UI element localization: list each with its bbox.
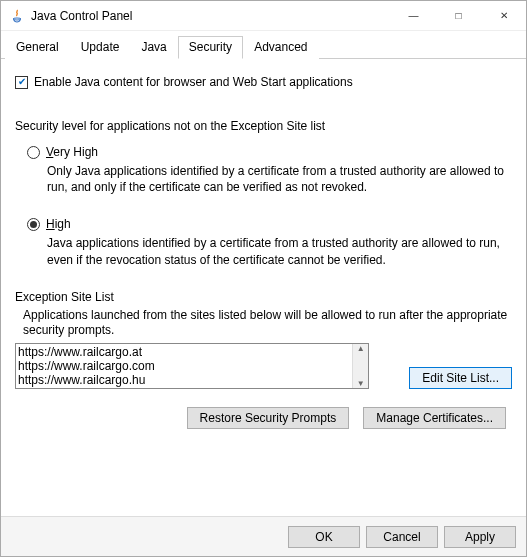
very-high-desc: Only Java applications identified by a c… <box>47 163 512 195</box>
apply-button[interactable]: Apply <box>444 526 516 548</box>
radio-high-input[interactable] <box>27 218 40 231</box>
close-button[interactable]: ✕ <box>481 2 526 30</box>
scrollbar[interactable]: ▲ ▼ <box>352 344 368 388</box>
site-item[interactable]: https://www.railcargo.hu <box>18 373 366 387</box>
tab-general[interactable]: General <box>5 36 70 59</box>
edit-site-list-button[interactable]: Edit Site List... <box>409 367 512 389</box>
exception-site-listbox[interactable]: https://www.railcargo.athttps://www.rail… <box>15 343 369 389</box>
enable-java-label: Enable Java content for browser and Web … <box>34 75 353 89</box>
maximize-button[interactable]: □ <box>436 2 481 30</box>
enable-java-checkbox[interactable]: ✔ <box>15 76 28 89</box>
scroll-down-icon[interactable]: ▼ <box>357 379 365 388</box>
exception-list-desc: Applications launched from the sites lis… <box>23 308 512 339</box>
enable-java-row[interactable]: ✔ Enable Java content for browser and We… <box>15 75 512 89</box>
cancel-button[interactable]: Cancel <box>366 526 438 548</box>
security-level-heading: Security level for applications not on t… <box>15 119 512 133</box>
manage-certificates-button[interactable]: Manage Certificates... <box>363 407 506 429</box>
security-panel: ✔ Enable Java content for browser and We… <box>1 59 526 516</box>
window-controls: — □ ✕ <box>391 2 526 30</box>
tab-security[interactable]: Security <box>178 36 243 59</box>
titlebar: Java Control Panel — □ ✕ <box>1 1 526 31</box>
radio-very-high-input[interactable] <box>27 146 40 159</box>
minimize-button[interactable]: — <box>391 2 436 30</box>
tab-update[interactable]: Update <box>70 36 131 59</box>
tab-java[interactable]: Java <box>130 36 177 59</box>
tab-bar: GeneralUpdateJavaSecurityAdvanced <box>1 31 526 59</box>
exception-list-title: Exception Site List <box>15 290 512 304</box>
restore-prompts-button[interactable]: Restore Security Prompts <box>187 407 350 429</box>
window-title: Java Control Panel <box>31 9 132 23</box>
radio-high-label: High <box>46 217 71 231</box>
radio-very-high[interactable]: Very High <box>27 145 512 159</box>
svg-point-0 <box>13 18 21 20</box>
radio-high[interactable]: High <box>27 217 512 231</box>
site-item[interactable]: https://www.railcargo.at <box>18 345 366 359</box>
high-desc: Java applications identified by a certif… <box>47 235 512 267</box>
scroll-up-icon[interactable]: ▲ <box>357 344 365 353</box>
ok-button[interactable]: OK <box>288 526 360 548</box>
dialog-footer: OK Cancel Apply <box>1 516 526 556</box>
tab-advanced[interactable]: Advanced <box>243 36 318 59</box>
radio-very-high-label: Very High <box>46 145 98 159</box>
java-icon <box>9 8 25 24</box>
site-item[interactable]: https://www.railcargo.com <box>18 359 366 373</box>
